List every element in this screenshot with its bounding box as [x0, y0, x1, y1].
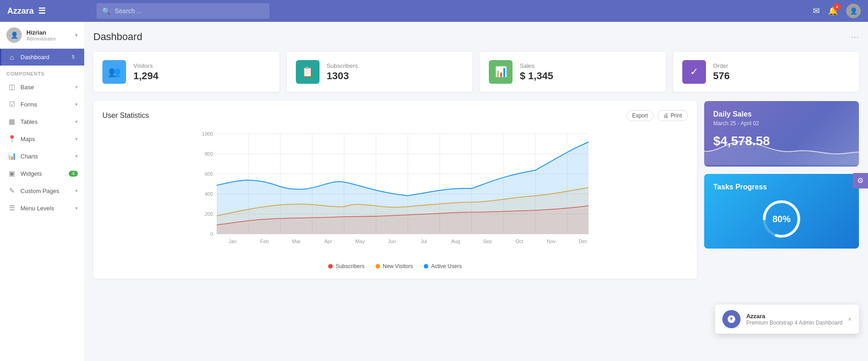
print-label: Print: [670, 112, 682, 119]
page-header: Dashboard ⋯: [93, 31, 859, 43]
sidebar-item-label: Forms: [20, 101, 37, 108]
search-bar: 🔍: [96, 3, 269, 19]
charts-arrow-icon: ▾: [75, 153, 78, 159]
right-panel: Daily Sales March 25 - April 02 $4,578.5…: [704, 101, 859, 279]
search-input[interactable]: [115, 7, 264, 15]
sidebar-item-label: Custom Pages: [20, 188, 59, 194]
chart-card: User Statistics Export 🖨 Print: [93, 101, 697, 279]
notification-badge: 4: [833, 3, 841, 10]
stat-card-sales: 📊 Sales $ 1,345: [480, 52, 666, 92]
svg-text:Jun: Jun: [388, 239, 396, 244]
sidebar-item-base[interactable]: ◫ Base ▾: [0, 78, 84, 96]
legend-new-visitors: New Visitors: [376, 263, 413, 269]
sidebar-item-forms[interactable]: ☑ Forms ▾: [0, 96, 84, 113]
svg-text:0: 0: [210, 231, 213, 237]
sales-value: $ 1,345: [520, 70, 553, 82]
sidebar-user-role: Administrator: [26, 36, 71, 41]
sidebar-item-maps[interactable]: 📍 Maps ▾: [0, 130, 84, 147]
svg-text:Feb: Feb: [260, 239, 269, 244]
widgets-icon: ▣: [8, 169, 16, 178]
sidebar-item-charts[interactable]: 📊 Charts ▾: [0, 147, 84, 165]
sidebar-item-widgets[interactable]: ▣ Widgets 4: [0, 165, 84, 182]
visitors-label: Visitors: [133, 62, 158, 69]
visitors-value: 1,294: [133, 70, 158, 82]
daily-sales-title: Daily Sales: [713, 110, 850, 118]
subscribers-value: 1303: [327, 70, 358, 82]
svg-text:Sep: Sep: [483, 239, 492, 244]
sidebar-username: Hizrian: [26, 29, 71, 36]
menu-levels-arrow-icon: ▾: [75, 205, 78, 211]
stat-card-order: ✓ Order 576: [673, 52, 859, 92]
sidebar-avatar: 👤: [6, 27, 22, 43]
stat-cards: 👥 Visitors 1,294 📋 Subscribers 1303 📊 Sa…: [93, 52, 859, 92]
daily-sales-card: Daily Sales March 25 - April 02 $4,578.5…: [704, 101, 859, 167]
svg-text:Dec: Dec: [579, 239, 588, 244]
sidebar-item-label: Dashboard: [20, 54, 50, 61]
toast-icon: [722, 310, 741, 328]
toast-close-button[interactable]: ×: [848, 315, 852, 323]
forms-icon: ☑: [8, 100, 16, 108]
sidebar-item-dashboard[interactable]: ⌂ Dashboard 5: [0, 49, 84, 66]
sidebar-item-tables[interactable]: ▦ Tables ▾: [0, 113, 84, 130]
svg-text:Oct: Oct: [515, 239, 523, 244]
svg-text:May: May: [355, 239, 365, 244]
sidebar-item-label: Widgets: [20, 170, 42, 177]
progress-circle: 80%: [761, 198, 802, 239]
widgets-badge: 4: [69, 171, 78, 177]
sidebar-item-label: Tables: [20, 118, 38, 125]
svg-text:Nov: Nov: [547, 239, 556, 244]
tables-icon: ▦: [8, 117, 16, 126]
forms-arrow-icon: ▾: [75, 102, 78, 107]
hamburger-icon[interactable]: ☰: [38, 6, 46, 16]
sales-icon: 📊: [489, 60, 513, 84]
svg-text:Jan: Jan: [228, 239, 237, 244]
search-icon: 🔍: [102, 7, 111, 15]
chart-actions: Export 🖨 Print: [626, 110, 688, 121]
print-button[interactable]: 🖨 Print: [657, 110, 688, 121]
charts-icon: 📊: [8, 152, 16, 160]
chart-legend: Subscribers New Visitors Active Users: [102, 263, 688, 269]
order-value: 576: [713, 70, 730, 82]
legend-dot-active-users: [424, 264, 428, 269]
subscribers-info: Subscribers 1303: [327, 62, 358, 82]
user-statistics-chart: 1000 800 600 400 200 0: [102, 128, 688, 256]
sidebar-item-label: Maps: [20, 136, 35, 142]
export-button[interactable]: Export: [626, 110, 654, 121]
tables-arrow-icon: ▾: [75, 119, 78, 125]
brand-name: Azzara: [7, 6, 34, 16]
toast-subtitle: Premium Bootstrap 4 Admin Dashboard: [746, 320, 842, 326]
export-label: Export: [632, 112, 648, 119]
avatar[interactable]: 👤: [846, 4, 861, 18]
sidebar-item-menu-levels[interactable]: ☰ Menu Levels ▾: [0, 199, 84, 217]
visitors-icon: 👥: [102, 60, 126, 84]
custom-pages-icon: ✎: [8, 187, 16, 195]
sidebar-item-custom-pages[interactable]: ✎ Custom Pages ▾: [0, 182, 84, 199]
legend-active-users: Active Users: [424, 263, 462, 269]
subscribers-icon: 📋: [296, 60, 320, 84]
brand: Azzara ☰: [7, 6, 89, 16]
svg-text:Mar: Mar: [292, 239, 301, 244]
stat-card-subscribers: 📋 Subscribers 1303: [287, 52, 473, 92]
legend-label-active-users: Active Users: [431, 263, 462, 269]
daily-sales-date: March 25 - April 02: [713, 120, 850, 127]
notifications-icon[interactable]: 🔔 4: [828, 6, 838, 16]
components-section-title: COMPONENTS: [0, 66, 84, 78]
sidebar-user-arrow[interactable]: ▾: [75, 32, 78, 38]
page-menu-icon[interactable]: ⋯: [851, 32, 859, 42]
toast-notification: Azzara Premium Bootstrap 4 Admin Dashboa…: [715, 305, 859, 334]
legend-dot-new-visitors: [376, 264, 380, 269]
custom-pages-arrow-icon: ▾: [75, 188, 78, 194]
legend-subscribers: Subscribers: [328, 263, 364, 269]
svg-text:600: 600: [205, 171, 213, 177]
settings-gear-button[interactable]: ⚙: [853, 173, 868, 188]
svg-text:Apr: Apr: [324, 239, 332, 244]
legend-label-subscribers: Subscribers: [335, 263, 364, 269]
content-row: User Statistics Export 🖨 Print: [93, 101, 859, 279]
sidebar-user: 👤 Hizrian Administrator ▾: [0, 22, 84, 49]
mail-icon[interactable]: ✉: [813, 6, 820, 16]
sidebar-item-label: Charts: [20, 153, 38, 160]
order-info: Order 576: [713, 62, 730, 82]
legend-label-new-visitors: New Visitors: [383, 263, 413, 269]
toast-content: Azzara Premium Bootstrap 4 Admin Dashboa…: [746, 313, 842, 326]
sales-info: Sales $ 1,345: [520, 62, 553, 82]
